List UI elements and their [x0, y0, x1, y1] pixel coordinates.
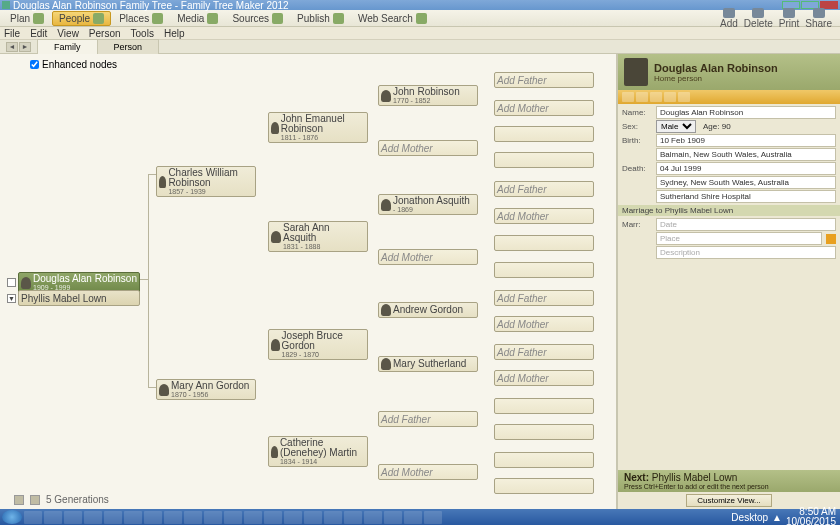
- nav-back-button[interactable]: ◄: [6, 42, 18, 52]
- websearch-tab[interactable]: Web Search: [352, 12, 433, 25]
- taskbar-app[interactable]: [84, 511, 102, 524]
- ggf3-card[interactable]: Andrew Gordon: [378, 302, 478, 318]
- spouse-card[interactable]: ▼ Phyllis Mabel Lown: [18, 290, 140, 306]
- add-placeholder[interactable]: [494, 452, 594, 468]
- start-button[interactable]: [2, 510, 22, 524]
- add-mother-button[interactable]: Add Mother: [378, 464, 478, 480]
- taskbar-app[interactable]: [64, 511, 82, 524]
- add-mother-button[interactable]: Add Mother: [378, 140, 478, 156]
- taskbar-app[interactable]: [404, 511, 422, 524]
- tab-family[interactable]: Family: [37, 39, 98, 54]
- sex-select[interactable]: Male: [656, 120, 696, 133]
- zoom-out-icon[interactable]: [14, 495, 24, 505]
- taskbar-app[interactable]: [184, 511, 202, 524]
- menu-tools[interactable]: Tools: [131, 28, 154, 39]
- add-placeholder[interactable]: [494, 152, 594, 168]
- add-father-button[interactable]: Add Father: [378, 411, 478, 427]
- taskbar-app[interactable]: [324, 511, 342, 524]
- places-tab[interactable]: Places: [113, 12, 169, 25]
- add-father-button[interactable]: Add Father: [494, 290, 594, 306]
- taskbar-app[interactable]: [224, 511, 242, 524]
- media-tab[interactable]: Media: [171, 12, 224, 25]
- name-field[interactable]: Douglas Alan Robinson: [656, 106, 836, 119]
- add-mother-button[interactable]: Add Mother: [494, 316, 594, 332]
- menu-person[interactable]: Person: [89, 28, 121, 39]
- sources-tab[interactable]: Sources: [226, 12, 289, 25]
- people-tab[interactable]: People: [52, 11, 111, 26]
- add-mother-button[interactable]: Add Mother: [378, 249, 478, 265]
- next-person-box[interactable]: Next: Phyllis Mabel Lown Press Ctrl+Ente…: [618, 470, 840, 492]
- edit-pencil-icon[interactable]: [826, 234, 836, 244]
- death-place-field[interactable]: Sydney, New South Wales, Australia: [656, 176, 836, 189]
- taskbar-app[interactable]: [164, 511, 182, 524]
- delete-button[interactable]: Delete: [744, 8, 773, 29]
- person-portrait[interactable]: [624, 58, 648, 86]
- taskbar-app[interactable]: [424, 511, 442, 524]
- add-placeholder[interactable]: [494, 126, 594, 142]
- ggf2-card[interactable]: Jonathon Asquith- 1869: [378, 194, 478, 215]
- add-placeholder[interactable]: [494, 424, 594, 440]
- taskbar-app[interactable]: [124, 511, 142, 524]
- pedigree-tree-panel[interactable]: Enhanced nodes ◄ Douglas Alan Robinson19…: [0, 54, 618, 509]
- zoom-in-icon[interactable]: [30, 495, 40, 505]
- taskbar-app[interactable]: [144, 511, 162, 524]
- taskbar-app[interactable]: [44, 511, 62, 524]
- marr-desc-field[interactable]: Description: [656, 246, 836, 259]
- father-card[interactable]: Charles William Robinson1857 - 1939: [156, 166, 256, 197]
- add-mother-button[interactable]: Add Mother: [494, 100, 594, 116]
- marr-place-field[interactable]: Place: [656, 232, 822, 245]
- detail-icon-1[interactable]: [622, 92, 634, 102]
- taskbar-app[interactable]: [384, 511, 402, 524]
- menu-file[interactable]: File: [4, 28, 20, 39]
- taskbar-app[interactable]: [364, 511, 382, 524]
- add-father-button[interactable]: Add Father: [494, 181, 594, 197]
- menu-view[interactable]: View: [57, 28, 79, 39]
- taskbar-app[interactable]: [264, 511, 282, 524]
- detail-icon-3[interactable]: [650, 92, 662, 102]
- publish-tab[interactable]: Publish: [291, 12, 350, 25]
- add-father-button[interactable]: Add Father: [494, 72, 594, 88]
- birth-date-field[interactable]: 10 Feb 1909: [656, 134, 836, 147]
- menu-edit[interactable]: Edit: [30, 28, 47, 39]
- death-desc-field[interactable]: Sutherland Shire Hospital: [656, 190, 836, 203]
- expand-left-icon[interactable]: ◄: [7, 278, 16, 287]
- taskbar-app[interactable]: [244, 511, 262, 524]
- marr-date-field[interactable]: Date: [656, 218, 836, 231]
- taskbar-app[interactable]: [344, 511, 362, 524]
- clock[interactable]: 8:50 AM 10/06/2015: [786, 507, 836, 525]
- menu-help[interactable]: Help: [164, 28, 185, 39]
- nav-forward-button[interactable]: ►: [19, 42, 31, 52]
- ggf1-card[interactable]: John Robinson1770 - 1852: [378, 85, 478, 106]
- tab-person[interactable]: Person: [97, 39, 160, 54]
- taskbar-app[interactable]: [304, 511, 322, 524]
- detail-icon-4[interactable]: [664, 92, 676, 102]
- plan-tab[interactable]: Plan: [4, 12, 50, 25]
- paternal-grandfather-card[interactable]: John Emanuel Robinson1811 - 1876: [268, 112, 368, 143]
- mother-card[interactable]: Mary Ann Gordon1870 - 1956: [156, 379, 256, 400]
- system-tray[interactable]: Desktop ▲ 8:50 AM 10/06/2015: [731, 507, 838, 525]
- enhanced-checkbox[interactable]: [30, 60, 39, 69]
- maternal-grandfather-card[interactable]: Joseph Bruce Gordon1829 - 1870: [268, 329, 368, 360]
- add-placeholder[interactable]: [494, 398, 594, 414]
- detail-icon-5[interactable]: [678, 92, 690, 102]
- add-father-button[interactable]: Add Father: [494, 344, 594, 360]
- taskbar-app[interactable]: [204, 511, 222, 524]
- marriage-header[interactable]: Marriage to Phyllis Mabel Lown: [618, 205, 840, 216]
- add-mother-button[interactable]: Add Mother: [494, 208, 594, 224]
- maternal-grandmother-card[interactable]: Catherine (Denehey) Martin1834 - 1914: [268, 436, 368, 467]
- add-placeholder[interactable]: [494, 235, 594, 251]
- paternal-grandmother-card[interactable]: Sarah Ann Asquith1831 - 1888: [268, 221, 368, 252]
- enhanced-nodes-toggle[interactable]: Enhanced nodes: [30, 59, 117, 70]
- taskbar-app[interactable]: [24, 511, 42, 524]
- add-placeholder[interactable]: [494, 262, 594, 278]
- ggm3-card[interactable]: Mary Sutherland: [378, 356, 478, 372]
- death-date-field[interactable]: 04 Jul 1999: [656, 162, 836, 175]
- birth-place-field[interactable]: Balmain, New South Wales, Australia: [656, 148, 836, 161]
- customize-view-button[interactable]: Customize View...: [686, 494, 771, 507]
- desktop-toolbar-label[interactable]: Desktop: [731, 512, 768, 523]
- taskbar-app[interactable]: [284, 511, 302, 524]
- detail-icon-2[interactable]: [636, 92, 648, 102]
- print-button[interactable]: Print: [779, 8, 800, 29]
- add-button[interactable]: Add: [720, 8, 738, 29]
- share-button[interactable]: Share: [805, 8, 832, 29]
